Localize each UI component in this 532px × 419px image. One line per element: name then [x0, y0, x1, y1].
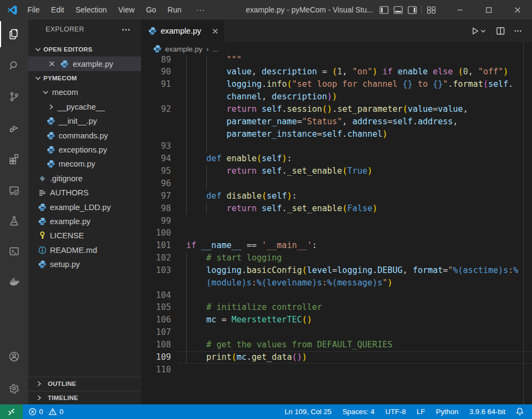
section-header-timeline[interactable]: TIMELINE — [28, 391, 141, 405]
code-line-94[interactable]: 94def enable(self): — [141, 153, 532, 165]
activity-account-icon[interactable] — [0, 342, 28, 371]
breadcrumb-symbol[interactable]: ... — [213, 45, 219, 53]
menu-edit[interactable]: Edit — [46, 0, 70, 20]
open-editor-item-example.py[interactable]: example.py — [28, 56, 141, 71]
tree-file-AUTHORS[interactable]: AUTHORS — [28, 186, 141, 200]
line-number: 91 — [141, 78, 171, 91]
code-line-90[interactable]: 90value, description = (1, "on") if enab… — [141, 66, 532, 78]
breadcrumb-file[interactable]: example.py — [165, 45, 202, 53]
python-file-icon — [153, 45, 162, 53]
code-line-99[interactable]: 99 — [141, 215, 532, 227]
section-header-outline[interactable]: OUTLINE — [28, 377, 141, 391]
customize-layout-icon[interactable] — [424, 0, 438, 20]
menu-run[interactable]: Run — [162, 0, 187, 20]
layout-panel-icon[interactable] — [391, 0, 405, 20]
activity-extensions-icon[interactable] — [0, 145, 28, 173]
minimize-button[interactable] — [446, 0, 474, 20]
code-line-wrap[interactable]: (module)s:%(levelname)s:%(message)s") — [141, 277, 532, 289]
activity-remote-explorer-icon[interactable] — [0, 176, 28, 205]
section-label: OUTLINE — [48, 380, 77, 387]
code-line-100[interactable]: 100 — [141, 227, 532, 239]
split-editor-icon[interactable] — [493, 23, 508, 39]
tree-folder-label: mecom — [52, 88, 78, 97]
tree-folder-__pycache__[interactable]: __pycache__ — [28, 100, 141, 114]
code-line-96[interactable]: 96 — [141, 177, 532, 190]
tree-file-.gitignore[interactable]: .gitignore — [28, 172, 141, 186]
code-line-98[interactable]: 98return self._set_enable(False) — [141, 202, 532, 215]
code-line-wrap[interactable]: parameter_instance=self.channel) — [141, 128, 532, 141]
code-line-106[interactable]: 106mc = MeerstetterTEC() — [141, 314, 532, 326]
activity-testing-icon[interactable] — [0, 207, 28, 235]
code-line-95[interactable]: 95return self._set_enable(True) — [141, 165, 532, 177]
section-label: TIMELINE — [48, 395, 78, 401]
code-line-105[interactable]: 105# initialize controller — [141, 301, 532, 314]
status-eol[interactable]: LF — [417, 408, 426, 416]
code-line-103[interactable]: 103logging.basicConfig(level=logging.DEB… — [141, 264, 532, 277]
close-icon[interactable] — [47, 60, 56, 68]
sidebar-more-actions-button[interactable] — [119, 24, 132, 36]
tree-file-mecom.py[interactable]: mecom.py — [28, 157, 141, 171]
activity-docker-icon[interactable] — [0, 268, 28, 296]
maximize-button[interactable] — [474, 0, 503, 20]
more-actions-icon[interactable] — [510, 23, 525, 39]
code-line-107[interactable]: 107 — [141, 326, 532, 339]
activity-source-control-icon[interactable] — [0, 82, 28, 111]
activity-terminal-powershell-icon[interactable] — [0, 237, 28, 265]
chevron-right-icon — [35, 379, 43, 388]
code-text: def disable(self): — [206, 190, 297, 202]
menu-go[interactable]: Go — [140, 0, 162, 20]
code-line-wrap[interactable]: channel, description)) — [141, 91, 532, 103]
activity-explorer-icon[interactable] — [0, 20, 28, 48]
code-line-102[interactable]: 102# start logging — [141, 252, 532, 264]
line-number: 108 — [141, 339, 171, 351]
tree-file-README.md[interactable]: README.md — [28, 243, 141, 257]
tree-file-example.py[interactable]: example.py — [28, 214, 141, 228]
menu-view[interactable]: View — [112, 0, 140, 20]
code-line-108[interactable]: 108# get the values from DEFAULT_QUERIES — [141, 339, 532, 351]
layout-sidebar-right-icon[interactable] — [405, 0, 419, 20]
indent-guide — [186, 66, 187, 78]
status-cursor-position[interactable]: Ln 109, Col 25 — [284, 408, 332, 416]
status-indentation[interactable]: Spaces: 4 — [343, 408, 375, 416]
activity-search-icon[interactable] — [0, 52, 28, 80]
code-line-97[interactable]: 97def disable(self): — [141, 190, 532, 202]
code-editor[interactable]: 89"""90value, description = (1, "on") if… — [141, 55, 532, 404]
status-encoding[interactable]: UTF-8 — [385, 408, 406, 416]
code-text: return self.session().set_parameter(valu… — [226, 103, 468, 116]
tab-bar: example.py — [141, 20, 532, 42]
tree-folder-mecom[interactable]: mecom — [28, 85, 141, 99]
code-line-101[interactable]: 101if __name__ == '__main__': — [141, 239, 532, 252]
menu-file[interactable]: File — [22, 0, 46, 20]
section-header-pymecom[interactable]: PYMECOM — [28, 71, 141, 85]
activity-run-debug-icon[interactable] — [0, 114, 28, 142]
current-line-highlight — [177, 351, 532, 364]
menu-selection[interactable]: Selection — [70, 0, 113, 20]
tree-file-exceptions.py[interactable]: exceptions.py — [28, 143, 141, 157]
tree-file-example_LDD.py[interactable]: example_LDD.py — [28, 200, 141, 214]
code-line-92[interactable]: 92return self.session().set_parameter(va… — [141, 103, 532, 116]
tree-file-setup.py[interactable]: setup.py — [28, 257, 141, 271]
remote-indicator[interactable] — [0, 404, 23, 419]
status-python-interpreter[interactable]: 3.9.6 64-bit — [469, 408, 505, 416]
tree-file-commands.py[interactable]: commands.py — [28, 128, 141, 142]
line-number: 93 — [141, 140, 171, 153]
layout-sidebar-left-icon[interactable] — [377, 0, 391, 20]
run-dropdown-icon[interactable] — [479, 23, 487, 39]
code-line-91[interactable]: 91logging.info("set loop for channel {} … — [141, 78, 532, 91]
code-line-109[interactable]: 109print(mc.get_data()) — [141, 351, 532, 364]
activity-settings-icon[interactable] — [0, 374, 28, 403]
tree-file-LICENSE[interactable]: LICENSE — [28, 228, 141, 243]
indent-guide — [186, 202, 187, 215]
code-line-89[interactable]: 89""" — [141, 55, 532, 66]
close-button[interactable] — [503, 0, 532, 20]
problems-status[interactable]: 00 — [28, 404, 66, 419]
code-line-93[interactable]: 93 — [141, 140, 532, 153]
code-line-wrap[interactable]: parameter_name="Status", address=self.ad… — [141, 116, 532, 128]
notifications-bell-icon[interactable] — [515, 407, 524, 416]
code-line-104[interactable]: 104 — [141, 289, 532, 302]
code-line-110[interactable]: 110 — [141, 364, 532, 376]
status-language-mode[interactable]: Python — [436, 408, 458, 416]
line-number: 99 — [141, 215, 171, 227]
section-header-open-editors[interactable]: OPEN EDITORS — [28, 42, 141, 56]
tree-file-__init__.py[interactable]: __init__.py — [28, 114, 141, 128]
